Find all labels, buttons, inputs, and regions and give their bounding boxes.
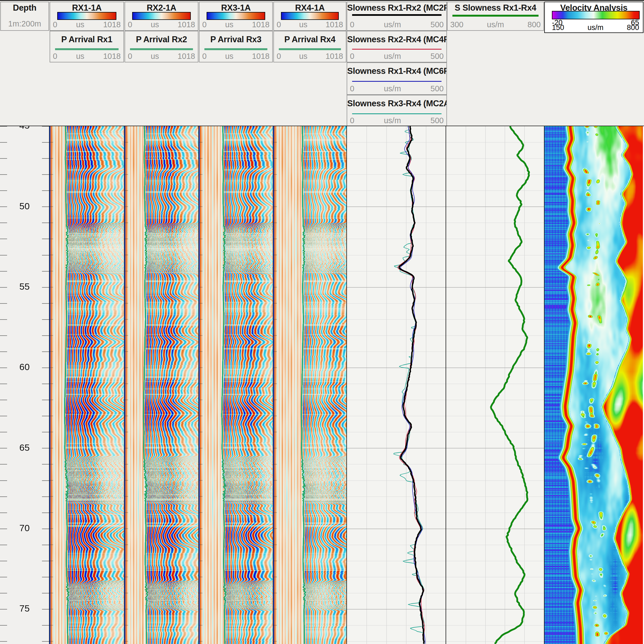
rx2-colorbar — [132, 12, 191, 20]
p-arrival-rx1-title: P Arrival Rx1 — [50, 35, 123, 44]
slowness-3-max: 500 — [431, 84, 444, 93]
slowness-3-min: 0 — [350, 84, 354, 93]
s-slowness-header: S Slowness Rx1-Rx4 300 us/m 800 — [447, 2, 544, 31]
slowness-1-title: Slowness Rx1-Rx2 (MC2F — [347, 3, 446, 13]
slowness-2-unit: us/m — [384, 52, 401, 61]
p-arrival-rx2-min: 0 — [128, 52, 132, 61]
p-arrival-rx3-title: P Arrival Rx3 — [199, 35, 272, 44]
velocity-scale-unit: us/m — [588, 23, 604, 32]
rx2-waveform-track — [124, 126, 199, 644]
p-arrival-rx1-max: 1018 — [103, 52, 121, 61]
p-arrival-rx2-max: 1018 — [177, 52, 195, 61]
rx4-waveform-track — [273, 126, 347, 644]
rx2-header: RX2-1A 0 us 1018 — [125, 2, 198, 31]
slowness-4-title: Slowness Rx3-Rx4 (MC2A — [347, 99, 446, 108]
rx1-colorbar — [57, 12, 116, 20]
s-slowness-curve-canvas — [446, 126, 544, 644]
p-arrival-rx3-max: 1018 — [252, 52, 270, 61]
p-arrival-rx1-line — [55, 48, 119, 50]
slowness-4-line — [352, 113, 442, 114]
slowness-header-4: Slowness Rx3-Rx4 (MC2A 0 us/m 500 — [347, 95, 447, 127]
p-arrival-rx2-header: P Arrival Rx2 0 us 1018 — [125, 31, 198, 62]
slowness-1-line — [352, 14, 442, 16]
slowness-1-unit: us/m — [384, 20, 401, 29]
header: Depth 1m:200m RX1-1A 0 us 1018 RX2-1A 0 … — [0, 0, 644, 126]
p-arrival-rx4-line — [279, 48, 341, 50]
rx4-scale-min: 0 — [277, 20, 281, 29]
velocity-scale-max: 800 — [627, 23, 639, 32]
slowness-4-max: 500 — [431, 116, 444, 125]
well-log-viewer: Depth 1m:200m RX1-1A 0 us 1018 RX2-1A 0 … — [0, 0, 644, 644]
p-arrival-rx3-min: 0 — [202, 52, 207, 61]
rx3-scale-unit: us — [225, 20, 234, 29]
p-arrival-rx3-line — [204, 48, 267, 50]
rx4-colorbar — [281, 12, 339, 20]
rx3-waveform-canvas — [199, 126, 273, 644]
p-arrival-rx4-header: P Arrival Rx4 0 us 1018 — [273, 31, 346, 62]
rx4-header: RX4-1A 0 us 1018 — [273, 2, 346, 31]
slowness-1-max: 500 — [431, 20, 444, 29]
rx1-title: RX1-1A — [50, 3, 123, 13]
slowness-header-2: Slowness Rx2-Rx4 (MC4F 0 us/m 500 — [347, 31, 447, 62]
p-arrival-rx2-title: P Arrival Rx2 — [125, 35, 198, 44]
depth-scale-note: 1m:200m — [1, 19, 49, 28]
velocity-analysis-track — [544, 126, 644, 644]
slowness-2-line — [352, 49, 442, 50]
rx2-scale-unit: us — [151, 20, 159, 29]
slowness-4-unit: us/m — [384, 116, 401, 125]
s-slowness-min: 300 — [450, 20, 463, 29]
rx3-title: RX3-1A — [199, 3, 272, 13]
p-arrival-rx3-header: P Arrival Rx3 0 us 1018 — [199, 31, 273, 62]
plot-area — [0, 126, 644, 644]
slowness-header-3: Slowness Rx1-Rx4 (MC6F 0 us/m 500 — [347, 62, 447, 95]
s-slowness-unit: us/m — [487, 20, 504, 29]
slowness-2-max: 500 — [431, 52, 444, 61]
slowness-2-title: Slowness Rx2-Rx4 (MC4F — [347, 35, 446, 44]
rx2-waveform-canvas — [125, 126, 198, 644]
rx3-waveform-track — [198, 126, 273, 644]
slowness-3-unit: us/m — [384, 84, 401, 93]
velocity-header: Velocity Analysis -20 65 150 us/m 800 — [544, 2, 643, 33]
rx4-waveform-canvas — [273, 126, 346, 644]
rx1-scale-unit: us — [76, 20, 84, 29]
rx3-scale-max: 1018 — [252, 20, 270, 29]
p-arrival-rx4-max: 1018 — [325, 52, 343, 61]
s-slowness-track — [446, 126, 545, 644]
rx3-header: RX3-1A 0 us 1018 — [199, 2, 273, 31]
slowness-3-line — [352, 81, 442, 82]
p-arrival-rx4-min: 0 — [277, 52, 281, 61]
p-arrival-rx1-unit: us — [76, 52, 84, 61]
depth-header: Depth 1m:200m — [0, 2, 49, 31]
s-slowness-title: S Slowness Rx1-Rx4 — [448, 3, 543, 13]
p-arrival-rx4-unit: us — [299, 52, 307, 61]
slowness-3-title: Slowness Rx1-Rx4 (MC6F — [347, 66, 446, 76]
slowness-1-min: 0 — [350, 20, 354, 29]
slowness-header-1: Slowness Rx1-Rx2 (MC2F 0 us/m 500 — [347, 2, 447, 31]
velocity-scale-min: 150 — [552, 23, 564, 32]
slowness-4-min: 0 — [350, 116, 354, 125]
depth-track — [0, 126, 49, 644]
p-arrival-rx1-header: P Arrival Rx1 0 us 1018 — [50, 31, 124, 62]
s-slowness-line — [452, 15, 539, 17]
rx4-scale-unit: us — [299, 20, 307, 29]
s-slowness-max: 800 — [528, 20, 541, 29]
rx2-scale-max: 1018 — [177, 20, 195, 29]
p-arrival-rx4-title: P Arrival Rx4 — [274, 35, 346, 44]
velocity-colorbar — [552, 11, 640, 19]
slowness-curves-canvas — [347, 126, 446, 644]
rx1-waveform-track — [49, 126, 125, 644]
rx1-scale-max: 1018 — [103, 20, 121, 29]
rx3-scale-min: 0 — [202, 20, 207, 29]
velocity-heatmap-canvas — [545, 126, 643, 644]
p-arrival-rx3-unit: us — [225, 52, 234, 61]
rx1-waveform-canvas — [50, 126, 124, 644]
rx3-colorbar — [207, 12, 265, 20]
depth-title: Depth — [1, 3, 49, 13]
rx2-scale-min: 0 — [128, 20, 132, 29]
slowness-2-min: 0 — [350, 52, 354, 61]
rx4-scale-max: 1018 — [325, 20, 343, 29]
depth-ruler-canvas — [0, 126, 49, 644]
rx4-title: RX4-1A — [274, 3, 346, 13]
rx2-title: RX2-1A — [125, 3, 198, 13]
rx1-header: RX1-1A 0 us 1018 — [50, 2, 124, 31]
